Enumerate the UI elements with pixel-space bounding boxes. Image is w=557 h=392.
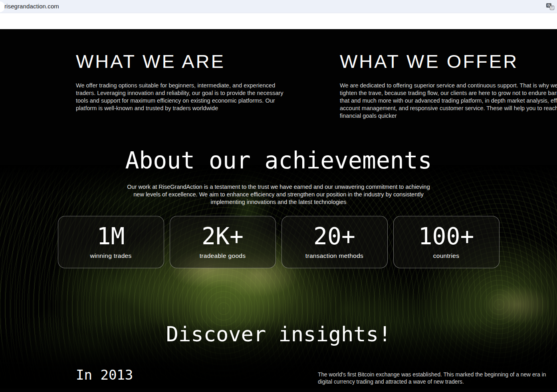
what-we-are-text: We offer trading options suitable for be… xyxy=(76,82,293,112)
stat-card-countries: 100+ countries xyxy=(393,216,500,268)
url-text: risegrandaction.com xyxy=(4,3,59,10)
translate-char-glyph: 文 xyxy=(550,6,554,10)
timeline-year: In 2013 xyxy=(76,367,133,383)
stat-card-transaction-methods: 20+ transaction methods xyxy=(281,216,388,268)
discover-insights-title: Discover insights! xyxy=(0,323,557,345)
stat-value: 2K+ xyxy=(202,225,244,248)
achievements-subtitle: Our work at RiseGrandAction is a testame… xyxy=(127,183,431,206)
what-we-offer-text: We are dedicated to offering superior se… xyxy=(340,82,557,120)
stat-card-tradeable-goods: 2K+ tradeable goods xyxy=(170,216,276,268)
achievements-title: About our achievements xyxy=(0,148,557,173)
timeline-text: The world's first Bitcoin exchange was e… xyxy=(318,371,557,386)
stat-label: tradeable goods xyxy=(200,252,246,259)
site-content: WHAT WE ARE We offer trading options sui… xyxy=(0,29,557,392)
browser-address-bar[interactable]: risegrandaction.com G 文 xyxy=(0,0,557,13)
page-top-whitespace xyxy=(0,14,557,29)
what-we-are-section: WHAT WE ARE We offer trading options sui… xyxy=(76,50,293,112)
stat-label: transaction methods xyxy=(305,252,363,259)
what-we-are-title: WHAT WE ARE xyxy=(76,50,293,73)
stat-card-winning-trades: 1M winning trades xyxy=(58,216,164,268)
what-we-offer-title: WHAT WE OFFER xyxy=(340,50,557,73)
stat-value: 1M xyxy=(97,225,125,248)
stat-label: winning trades xyxy=(90,252,131,259)
stat-label: countries xyxy=(433,252,460,259)
stats-card-row: 1M winning trades 2K+ tradeable goods 20… xyxy=(58,216,500,268)
stat-value: 20+ xyxy=(313,225,355,248)
google-translate-icon[interactable]: G 文 xyxy=(546,3,554,10)
browser-window: risegrandaction.com G 文 WHAT WE ARE We o… xyxy=(0,0,557,392)
what-we-offer-section: WHAT WE OFFER We are dedicated to offeri… xyxy=(340,50,557,120)
stat-value: 100+ xyxy=(418,225,474,248)
